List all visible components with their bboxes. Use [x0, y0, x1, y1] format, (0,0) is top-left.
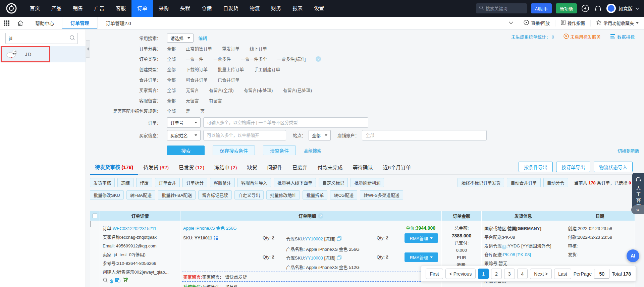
filter-option[interactable]: 正常销售订单: [186, 45, 212, 52]
nav-item-orders[interactable]: 订单: [131, 0, 153, 17]
nav-item-reports[interactable]: 报表: [287, 0, 308, 17]
ai-assistant-button[interactable]: AI助手: [531, 3, 552, 13]
tab-payment-incomplete[interactable]: 付款未完成: [313, 164, 348, 174]
user-avatar[interactable]: [606, 4, 616, 13]
warehouse-sku-link[interactable]: YY10002: [305, 236, 323, 241]
filter-option[interactable]: 全部: [167, 56, 176, 62]
copy-icon[interactable]: [337, 236, 341, 242]
nav-item-warehouse[interactable]: 仓储: [196, 0, 217, 17]
bulk-import-offline-label-button[interactable]: 批量导入线下面单: [274, 178, 316, 187]
filter-option[interactable]: 否: [200, 108, 205, 114]
filter-option[interactable]: 全部: [167, 45, 176, 52]
nav-item-home[interactable]: 首页: [24, 0, 46, 17]
bulk-edit-sku-button[interactable]: 批量修改SKU: [90, 190, 124, 199]
headset-icon[interactable]: [594, 4, 602, 13]
order-no-input[interactable]: [203, 117, 368, 128]
buyer-field-select[interactable]: 买家姓名: [167, 130, 201, 140]
store-account-input[interactable]: [362, 130, 487, 140]
export-by-order-button[interactable]: 按订单导出: [556, 162, 590, 172]
filter-option[interactable]: 已合并订单: [218, 76, 239, 83]
filter-option[interactable]: 有留言(全部): [209, 87, 234, 93]
sku-grid-icon[interactable]: [214, 236, 218, 241]
order-no-link[interactable]: WEC03122022315211: [113, 226, 157, 231]
next-page-button[interactable]: Next >: [530, 269, 552, 279]
favorites-link[interactable]: 常用功能收藏夹: [590, 20, 644, 26]
page-button-4[interactable]: 4: [517, 269, 528, 279]
tab-voided[interactable]: 已废弃: [287, 164, 313, 174]
product-title-link[interactable]: Apple iPhoneXS 金色 256G: [183, 226, 237, 231]
service-note-import-button[interactable]: 客服备注导入: [237, 178, 271, 187]
expand-panel-button[interactable]: »: [631, 205, 644, 214]
dollar-profit-icon[interactable]: $: [110, 277, 113, 286]
home-icon[interactable]: [13, 17, 27, 29]
filter-option[interactable]: 全部: [167, 76, 176, 83]
filter-option[interactable]: 一票多件[标准]: [277, 56, 306, 62]
filter-option[interactable]: 有留言: [209, 97, 222, 104]
auto-merge-orders-button[interactable]: 自动合并订单: [507, 178, 540, 187]
app-logo-icon[interactable]: [5, 2, 18, 15]
nav-item-self-fulfillment[interactable]: 自发货: [217, 0, 244, 17]
sidebar-item-jd[interactable]: JD: [1, 46, 50, 62]
select-all-checkbox[interactable]: [93, 214, 97, 218]
magnifier-icon[interactable]: [103, 277, 108, 286]
nav-item-logistics[interactable]: 物流: [244, 0, 265, 17]
nav-item-ads[interactable]: 广告: [89, 0, 110, 17]
tab-help-center[interactable]: 帮助中心: [27, 17, 62, 29]
global-search-input[interactable]: [486, 6, 523, 11]
bulk-refresh-profit-button[interactable]: 批量刷新利润: [351, 178, 384, 187]
filter-option[interactable]: 批量上传订单: [218, 66, 244, 72]
page-button-2[interactable]: 2: [491, 269, 502, 279]
chevron-down-icon[interactable]: [635, 5, 639, 11]
filter-option[interactable]: 手工创建订单: [254, 66, 280, 72]
export-by-condition-button[interactable]: 按条件导出: [519, 162, 553, 172]
cart-check-icon[interactable]: [122, 277, 128, 286]
platform-search-box[interactable]: [5, 33, 78, 44]
switch-to-new-link[interactable]: 切换到新版: [618, 148, 639, 154]
filter-option[interactable]: 一票一件多个: [241, 56, 267, 62]
nav-item-settings[interactable]: 设置: [308, 0, 330, 17]
per-page-input[interactable]: [594, 269, 609, 279]
uncreated-orders-stat-link[interactable]: 未生成系统单统计： 0: [511, 34, 554, 40]
last-page-button[interactable]: Last: [554, 269, 571, 279]
tab-awaiting-confirm[interactable]: 等待确认: [348, 164, 378, 174]
help-icon[interactable]: ?: [318, 213, 323, 219]
tab-frozen[interactable]: 冻结中 (2): [209, 164, 242, 174]
save-search-button[interactable]: 保存搜索条件: [213, 146, 255, 155]
mark-message-read-button[interactable]: 留言标记已读: [198, 190, 232, 199]
filter-option[interactable]: 全部: [167, 66, 176, 72]
tab-pending-review[interactable]: 待发货审核 (178): [90, 163, 138, 175]
previous-page-button[interactable]: < Previous: [445, 269, 476, 279]
bulk-edit-address-button[interactable]: 批量修改地址: [266, 190, 300, 199]
nav-item-customer-service[interactable]: 客服: [110, 0, 131, 17]
filter-option[interactable]: 无留言: [186, 97, 199, 104]
filter-option[interactable]: 是: [186, 108, 190, 114]
custom-mark-button[interactable]: 自定义标记: [319, 178, 348, 187]
tab-to-ship[interactable]: 待发货 (62): [138, 164, 174, 174]
filter-option[interactable]: 重发订单: [222, 45, 239, 52]
row-checkbox[interactable]: [90, 221, 91, 227]
edit-common-search-link[interactable]: 编辑: [198, 35, 207, 41]
tab-out-of-stock[interactable]: 缺货: [242, 164, 262, 174]
tab-problem[interactable]: 问题件: [262, 164, 287, 174]
logistics-status-import-button[interactable]: 物流状态导入: [594, 162, 633, 172]
to-cg-delivery-button[interactable]: 转CG配送: [330, 190, 357, 199]
data-metrics-link[interactable]: 数据指标: [610, 34, 635, 40]
clear-conditions-button[interactable]: 清空条件: [263, 146, 296, 155]
bulk-to-fba-delivery-button[interactable]: 批量转FBA配送: [158, 190, 196, 199]
nav-item-finance[interactable]: 财务: [265, 0, 287, 17]
warehouse-delivery-link[interactable]: PK-08 [PK-08]: [503, 252, 531, 257]
split-order-button[interactable]: 订单拆分: [182, 178, 207, 187]
help-icon[interactable]: ?: [502, 245, 506, 249]
label-service-warning[interactable]: 未启用标发服务: [564, 34, 601, 40]
filter-option[interactable]: 线下订单: [250, 45, 267, 52]
ai-floating-button[interactable]: AI: [627, 249, 639, 262]
order-no-type-select[interactable]: 订单号: [167, 117, 201, 128]
void-button[interactable]: 作废: [136, 178, 152, 187]
platform-search-input[interactable]: [9, 36, 69, 41]
live-replay-link[interactable]: 直播/回放: [518, 20, 555, 26]
search-button[interactable]: 搜索: [167, 146, 205, 155]
to-fba-delivery-button[interactable]: 转FBA配送: [126, 190, 155, 199]
tab-order-management-2[interactable]: 订单管理2.0: [97, 17, 139, 29]
first-page-button[interactable]: First: [426, 269, 443, 279]
filter-option[interactable]: 一票多件: [213, 56, 231, 62]
